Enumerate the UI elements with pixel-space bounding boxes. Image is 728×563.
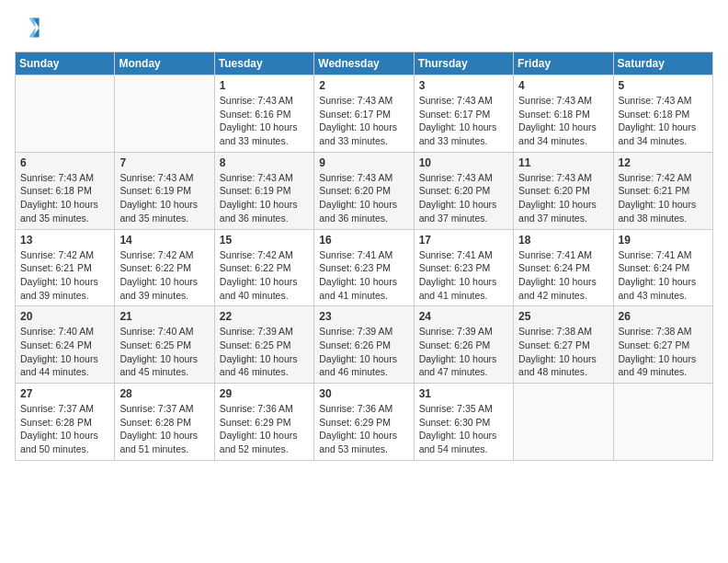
day-cell: 8Sunrise: 7:43 AMSunset: 6:19 PMDaylight…	[214, 152, 313, 229]
day-info: Sunrise: 7:42 AMSunset: 6:21 PMDaylight:…	[619, 171, 708, 225]
day-info: Sunrise: 7:42 AMSunset: 6:21 PMDaylight:…	[20, 248, 109, 303]
day-number: 21	[119, 310, 209, 323]
day-number: 15	[220, 234, 309, 247]
day-cell: 1Sunrise: 7:43 AMSunset: 6:16 PMDaylight…	[214, 75, 313, 153]
week-row-3: 13Sunrise: 7:42 AMSunset: 6:21 PMDayligh…	[16, 229, 713, 306]
day-cell: 3Sunrise: 7:43 AMSunset: 6:17 PMDaylight…	[414, 75, 513, 153]
col-header-sunday: Sunday	[16, 52, 115, 75]
day-cell: 2Sunrise: 7:43 AMSunset: 6:17 PMDaylight…	[314, 75, 414, 153]
day-cell: 16Sunrise: 7:41 AMSunset: 6:23 PMDayligh…	[314, 229, 414, 306]
day-cell: 29Sunrise: 7:36 AMSunset: 6:29 PMDayligh…	[214, 384, 313, 461]
day-cell: 23Sunrise: 7:39 AMSunset: 6:26 PMDayligh…	[314, 306, 414, 384]
day-info: Sunrise: 7:38 AMSunset: 6:27 PMDaylight:…	[518, 325, 608, 379]
week-row-5: 27Sunrise: 7:37 AMSunset: 6:28 PMDayligh…	[16, 384, 713, 461]
day-info: Sunrise: 7:43 AMSunset: 6:20 PMDaylight:…	[518, 171, 608, 225]
day-info: Sunrise: 7:39 AMSunset: 6:26 PMDaylight:…	[419, 325, 508, 379]
day-cell: 21Sunrise: 7:40 AMSunset: 6:25 PMDayligh…	[115, 306, 214, 384]
day-cell: 5Sunrise: 7:43 AMSunset: 6:18 PMDaylight…	[613, 75, 712, 153]
day-number: 19	[619, 234, 708, 247]
day-info: Sunrise: 7:41 AMSunset: 6:23 PMDaylight:…	[419, 248, 508, 303]
day-info: Sunrise: 7:43 AMSunset: 6:18 PMDaylight:…	[518, 94, 608, 148]
day-number: 8	[220, 156, 309, 169]
day-number: 13	[20, 234, 109, 247]
day-cell: 31Sunrise: 7:35 AMSunset: 6:30 PMDayligh…	[414, 384, 513, 461]
day-info: Sunrise: 7:43 AMSunset: 6:19 PMDaylight:…	[119, 171, 209, 225]
logo-icon	[15, 15, 40, 40]
day-cell: 13Sunrise: 7:42 AMSunset: 6:21 PMDayligh…	[16, 229, 115, 306]
day-info: Sunrise: 7:43 AMSunset: 6:18 PMDaylight:…	[20, 171, 109, 225]
day-number: 17	[419, 234, 508, 247]
day-info: Sunrise: 7:39 AMSunset: 6:26 PMDaylight:…	[319, 325, 408, 379]
day-info: Sunrise: 7:36 AMSunset: 6:29 PMDaylight:…	[220, 402, 309, 456]
day-cell	[115, 75, 214, 153]
day-number: 18	[518, 234, 608, 247]
day-info: Sunrise: 7:43 AMSunset: 6:19 PMDaylight:…	[220, 171, 309, 225]
day-info: Sunrise: 7:41 AMSunset: 6:24 PMDaylight:…	[518, 248, 608, 303]
day-cell: 9Sunrise: 7:43 AMSunset: 6:20 PMDaylight…	[314, 152, 414, 229]
day-number: 29	[220, 387, 309, 400]
col-header-saturday: Saturday	[613, 52, 712, 75]
week-row-1: 1Sunrise: 7:43 AMSunset: 6:16 PMDaylight…	[16, 75, 713, 153]
week-row-4: 20Sunrise: 7:40 AMSunset: 6:24 PMDayligh…	[16, 306, 713, 384]
day-cell: 12Sunrise: 7:42 AMSunset: 6:21 PMDayligh…	[613, 152, 712, 229]
day-info: Sunrise: 7:43 AMSunset: 6:20 PMDaylight:…	[419, 171, 508, 225]
day-info: Sunrise: 7:38 AMSunset: 6:27 PMDaylight:…	[619, 325, 708, 379]
day-info: Sunrise: 7:37 AMSunset: 6:28 PMDaylight:…	[20, 402, 109, 456]
day-cell: 22Sunrise: 7:39 AMSunset: 6:25 PMDayligh…	[214, 306, 313, 384]
col-header-tuesday: Tuesday	[214, 52, 313, 75]
day-number: 23	[319, 310, 408, 323]
day-number: 16	[319, 234, 408, 247]
day-info: Sunrise: 7:37 AMSunset: 6:28 PMDaylight:…	[119, 402, 209, 456]
calendar-table: SundayMondayTuesdayWednesdayThursdayFrid…	[15, 52, 713, 461]
day-number: 20	[20, 310, 109, 323]
day-cell: 24Sunrise: 7:39 AMSunset: 6:26 PMDayligh…	[414, 306, 513, 384]
day-number: 9	[319, 156, 408, 169]
day-number: 12	[619, 156, 708, 169]
svg-marker-1	[28, 18, 35, 38]
day-number: 28	[119, 387, 209, 400]
day-cell: 7Sunrise: 7:43 AMSunset: 6:19 PMDaylight…	[115, 152, 214, 229]
day-info: Sunrise: 7:40 AMSunset: 6:25 PMDaylight:…	[119, 325, 209, 379]
day-number: 6	[20, 156, 109, 169]
day-cell: 19Sunrise: 7:41 AMSunset: 6:24 PMDayligh…	[613, 229, 712, 306]
day-cell: 15Sunrise: 7:42 AMSunset: 6:22 PMDayligh…	[214, 229, 313, 306]
col-header-monday: Monday	[115, 52, 214, 75]
day-number: 26	[619, 310, 708, 323]
day-number: 5	[619, 79, 708, 92]
day-cell: 6Sunrise: 7:43 AMSunset: 6:18 PMDaylight…	[16, 152, 115, 229]
col-header-thursday: Thursday	[414, 52, 513, 75]
day-cell	[16, 75, 115, 153]
logo	[15, 15, 42, 40]
col-header-friday: Friday	[514, 52, 613, 75]
day-info: Sunrise: 7:43 AMSunset: 6:20 PMDaylight:…	[319, 171, 408, 225]
day-cell: 25Sunrise: 7:38 AMSunset: 6:27 PMDayligh…	[514, 306, 613, 384]
day-number: 22	[220, 310, 309, 323]
day-number: 3	[419, 79, 508, 92]
day-cell: 30Sunrise: 7:36 AMSunset: 6:29 PMDayligh…	[314, 384, 414, 461]
day-number: 4	[518, 79, 608, 92]
day-cell: 14Sunrise: 7:42 AMSunset: 6:22 PMDayligh…	[115, 229, 214, 306]
day-info: Sunrise: 7:36 AMSunset: 6:29 PMDaylight:…	[319, 402, 408, 456]
day-number: 10	[419, 156, 508, 169]
day-info: Sunrise: 7:40 AMSunset: 6:24 PMDaylight:…	[20, 325, 109, 379]
day-cell: 4Sunrise: 7:43 AMSunset: 6:18 PMDaylight…	[514, 75, 613, 153]
day-cell	[514, 384, 613, 461]
day-number: 2	[319, 79, 408, 92]
day-cell	[613, 384, 712, 461]
day-number: 25	[518, 310, 608, 323]
day-info: Sunrise: 7:42 AMSunset: 6:22 PMDaylight:…	[220, 248, 309, 303]
day-info: Sunrise: 7:43 AMSunset: 6:18 PMDaylight:…	[619, 94, 708, 148]
day-info: Sunrise: 7:39 AMSunset: 6:25 PMDaylight:…	[220, 325, 309, 379]
day-info: Sunrise: 7:35 AMSunset: 6:30 PMDaylight:…	[419, 402, 508, 456]
day-number: 30	[319, 387, 408, 400]
day-info: Sunrise: 7:42 AMSunset: 6:22 PMDaylight:…	[119, 248, 209, 303]
day-cell: 17Sunrise: 7:41 AMSunset: 6:23 PMDayligh…	[414, 229, 513, 306]
day-cell: 28Sunrise: 7:37 AMSunset: 6:28 PMDayligh…	[115, 384, 214, 461]
day-cell: 18Sunrise: 7:41 AMSunset: 6:24 PMDayligh…	[514, 229, 613, 306]
header-row: SundayMondayTuesdayWednesdayThursdayFrid…	[16, 52, 713, 75]
day-number: 1	[220, 79, 309, 92]
day-cell: 20Sunrise: 7:40 AMSunset: 6:24 PMDayligh…	[16, 306, 115, 384]
day-info: Sunrise: 7:41 AMSunset: 6:23 PMDaylight:…	[319, 248, 408, 303]
day-number: 7	[119, 156, 209, 169]
day-cell: 11Sunrise: 7:43 AMSunset: 6:20 PMDayligh…	[514, 152, 613, 229]
